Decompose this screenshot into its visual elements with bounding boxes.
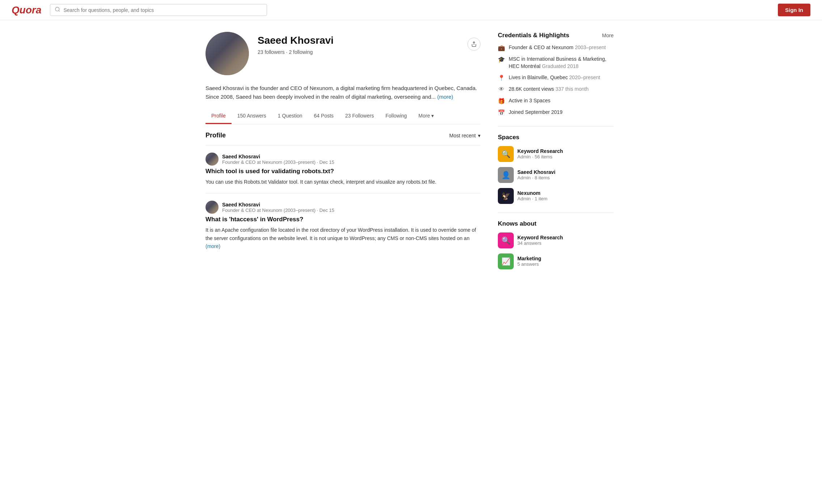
credential-text: Founder & CEO at Nexunom 2003–present — [509, 44, 606, 51]
divider-knows — [498, 213, 614, 213]
credential-muted: 2003–present — [575, 44, 606, 50]
tab-1-question[interactable]: 1 Question — [272, 108, 308, 124]
search-bar — [50, 4, 267, 16]
search-input[interactable] — [63, 7, 262, 13]
knows-name: Marketing — [517, 256, 541, 261]
credential-muted: Graduated 2018 — [542, 63, 579, 69]
tab-following[interactable]: Following — [380, 108, 412, 124]
credential-muted: 2020–present — [569, 74, 600, 80]
credentials-more-link[interactable]: More — [602, 33, 614, 38]
space-icon: 🔍 — [498, 146, 514, 162]
knows-about-section: Knows about 🔍 Keyword Research 34 answer… — [498, 220, 614, 269]
knows-item[interactable]: 📈 Marketing 5 answers — [498, 253, 614, 269]
credential-muted: 337 this month — [555, 86, 589, 92]
knows-info: Keyword Research 34 answers — [517, 235, 563, 246]
right-column: Credentials & Highlights More 💼 Founder … — [498, 32, 614, 274]
post-avatar — [206, 201, 219, 214]
credential-text: 28.6K content views 337 this month — [509, 86, 589, 93]
profile-header: Saeed Khosravi 23 followers · 2 followin… — [206, 32, 480, 75]
section-title: Profile — [206, 132, 226, 139]
credential-item: 📍 Lives in Blainville, Quebec 2020–prese… — [498, 74, 614, 81]
credentials-title: Credentials & Highlights — [498, 32, 569, 39]
space-info: Keyword Research Admin · 56 items — [517, 148, 563, 159]
space-meta: Admin · 1 item — [517, 196, 547, 201]
post-question[interactable]: What is 'htaccess' in WordPress? — [206, 216, 480, 223]
credentials-header: Credentials & Highlights More — [498, 32, 614, 39]
avatar — [206, 32, 249, 75]
post-author-info: Saeed Khosravi Founder & CEO at Nexunom … — [222, 202, 334, 213]
credential-icon: 🎓 — [498, 56, 505, 63]
space-icon: 👤 — [498, 167, 514, 183]
svg-point-0 — [55, 7, 59, 11]
post-author-name[interactable]: Saeed Khosravi — [222, 154, 334, 159]
post-item: Saeed Khosravi Founder & CEO at Nexunom … — [206, 145, 480, 193]
bio-more-link[interactable]: (more) — [437, 94, 453, 100]
credential-icon: 👁 — [498, 86, 505, 93]
credential-text: Lives in Blainville, Quebec 2020–present — [509, 74, 600, 81]
space-icon: 🦅 — [498, 188, 514, 204]
followers-count[interactable]: 23 followers — [258, 49, 285, 55]
tab-64-posts[interactable]: 64 Posts — [308, 108, 339, 124]
left-column: Saeed Khosravi 23 followers · 2 followin… — [206, 32, 480, 274]
credential-item: 💼 Founder & CEO at Nexunom 2003–present — [498, 44, 614, 51]
credential-item: 🎓 MSC in International Business & Market… — [498, 56, 614, 70]
post-question[interactable]: Which tool is used for validating robots… — [206, 168, 480, 175]
sort-button[interactable]: Most recent ▾ — [449, 133, 480, 138]
post-author-name[interactable]: Saeed Khosravi — [222, 202, 334, 208]
post-author: Saeed Khosravi Founder & CEO at Nexunom … — [206, 201, 480, 214]
search-icon — [55, 7, 60, 13]
share-button[interactable] — [467, 38, 480, 51]
knows-name: Keyword Research — [517, 235, 563, 240]
profile-stats: 23 followers · 2 following — [258, 49, 459, 55]
knows-meta: 5 answers — [517, 261, 541, 267]
credential-icon: 📍 — [498, 74, 505, 81]
spaces-list: 🔍 Keyword Research Admin · 56 items 👤 Sa… — [498, 146, 614, 204]
space-item[interactable]: 🔍 Keyword Research Admin · 56 items — [498, 146, 614, 162]
space-meta: Admin · 8 items — [517, 175, 555, 180]
space-meta: Admin · 56 items — [517, 154, 563, 159]
knows-icon: 📈 — [498, 253, 514, 269]
header: Quora Sign In — [0, 0, 822, 20]
credential-item: 👁 28.6K content views 337 this month — [498, 86, 614, 93]
knows-info: Marketing 5 answers — [517, 256, 541, 267]
credential-text: Joined September 2019 — [509, 109, 563, 116]
knows-meta: 34 answers — [517, 240, 563, 246]
following-count[interactable]: 2 following — [289, 49, 313, 55]
post-author-title: Founder & CEO at Nexunom (2003–present) … — [222, 159, 334, 165]
bio-section: Saeed Khosravi is the founder and CEO of… — [206, 84, 480, 101]
space-info: Nexunom Admin · 1 item — [517, 190, 547, 201]
main-content: Saeed Khosravi 23 followers · 2 followin… — [194, 20, 628, 274]
credential-icon: 📅 — [498, 109, 505, 116]
bio-text: Saeed Khosravi is the founder and CEO of… — [206, 85, 477, 100]
post-author: Saeed Khosravi Founder & CEO at Nexunom … — [206, 153, 480, 166]
credential-icon: 💼 — [498, 44, 505, 51]
tab-150-answers[interactable]: 150 Answers — [232, 108, 272, 124]
post-more-link[interactable]: (more) — [206, 243, 220, 249]
knows-item[interactable]: 🔍 Keyword Research 34 answers — [498, 232, 614, 248]
content-header: Profile Most recent ▾ — [206, 124, 480, 145]
tab-profile[interactable]: Profile — [206, 108, 232, 124]
profile-actions — [467, 32, 480, 51]
profile-info: Saeed Khosravi 23 followers · 2 followin… — [258, 32, 459, 55]
space-name: Nexunom — [517, 190, 547, 196]
credential-item: 🎁 Active in 3 Spaces — [498, 97, 614, 104]
space-name: Keyword Research — [517, 148, 563, 154]
profile-tabs: Profile150 Answers1 Question64 Posts23 F… — [206, 108, 480, 124]
post-author-info: Saeed Khosravi Founder & CEO at Nexunom … — [222, 154, 334, 165]
quora-logo[interactable]: Quora — [12, 4, 41, 16]
credentials-section: Credentials & Highlights More 💼 Founder … — [498, 32, 614, 116]
sign-in-button[interactable]: Sign In — [778, 4, 810, 16]
knows-title: Knows about — [498, 220, 614, 227]
sort-label: Most recent — [449, 133, 476, 138]
post-text: It is an Apache configuration file locat… — [206, 226, 480, 250]
space-item[interactable]: 👤 Saeed Khosravi Admin · 8 items — [498, 167, 614, 183]
tab-23-followers[interactable]: 23 Followers — [339, 108, 380, 124]
space-item[interactable]: 🦅 Nexunom Admin · 1 item — [498, 188, 614, 204]
sort-chevron-icon: ▾ — [478, 133, 480, 138]
tab-more[interactable]: More ▾ — [413, 108, 440, 124]
credential-item: 📅 Joined September 2019 — [498, 109, 614, 116]
spaces-title: Spaces — [498, 134, 614, 141]
post-item: Saeed Khosravi Founder & CEO at Nexunom … — [206, 193, 480, 257]
post-avatar — [206, 153, 219, 166]
knows-list: 🔍 Keyword Research 34 answers 📈 Marketin… — [498, 232, 614, 269]
